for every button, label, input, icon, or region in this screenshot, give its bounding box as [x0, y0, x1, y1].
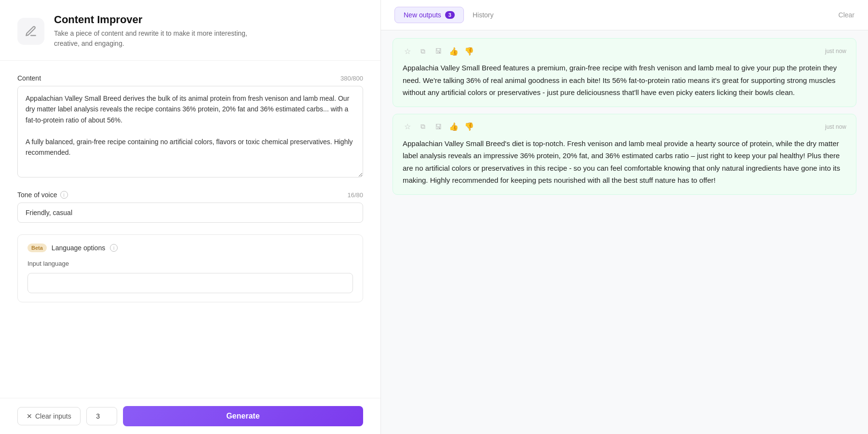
save-icon[interactable]: 🖫 — [434, 122, 443, 132]
tool-title: Content Improver — [54, 14, 257, 26]
tone-field-group: Tone of voice i 16/80 — [17, 191, 363, 223]
star-icon[interactable]: ☆ — [403, 46, 412, 56]
tab-history-label: History — [473, 11, 494, 19]
output-timestamp: just now — [825, 48, 846, 54]
content-label: Content — [17, 74, 41, 82]
language-options-header: Beta Language options i — [27, 244, 353, 252]
thumbs-up-icon[interactable]: 👍 — [449, 46, 459, 56]
thumbs-down-icon[interactable]: 👎 — [464, 46, 474, 56]
tool-header: Content Improver Take a piece of content… — [0, 0, 380, 61]
output-toolbar-0: ☆ ⧉ 🖫 👍 👎 just now — [403, 46, 846, 56]
clear-x-icon: ✕ — [27, 412, 32, 420]
tone-label-row: Tone of voice i 16/80 — [17, 191, 363, 199]
output-timestamp: just now — [825, 123, 846, 130]
thumbs-up-icon[interactable]: 👍 — [449, 122, 459, 132]
tool-icon-wrap — [17, 18, 44, 45]
outputs-area: ☆ ⧉ 🖫 👍 👎 just now Appalachia Valley Sma… — [381, 30, 868, 434]
tool-description: Take a piece of content and rewrite it t… — [54, 28, 257, 49]
tab-new-outputs-label: New outputs — [404, 11, 441, 19]
output-card: ☆ ⧉ 🖫 👍 👎 just now Appalachian Valley Sm… — [393, 114, 856, 195]
output-text: Appalachia Valley Small Breed features a… — [403, 62, 846, 99]
save-icon[interactable]: 🖫 — [434, 46, 443, 56]
language-info-icon[interactable]: i — [110, 244, 118, 252]
beta-badge: Beta — [27, 244, 47, 252]
left-panel: Content Improver Take a piece of content… — [0, 0, 381, 434]
clear-outputs-button[interactable]: Clear — [839, 11, 854, 19]
thumbs-down-icon[interactable]: 👎 — [464, 122, 474, 132]
output-card: ☆ ⧉ 🖫 👍 👎 just now Appalachia Valley Sma… — [393, 38, 856, 107]
content-field-group: Content 380/800 — [17, 74, 363, 179]
copy-icon[interactable]: ⧉ — [418, 46, 428, 56]
content-textarea[interactable] — [17, 86, 363, 177]
tab-history[interactable]: History — [464, 7, 502, 23]
generate-button[interactable]: Generate — [123, 406, 363, 426]
output-toolbar-1: ☆ ⧉ 🖫 👍 👎 just now — [403, 122, 846, 132]
tone-input[interactable] — [17, 203, 363, 223]
right-panel: New outputs 3 History Clear ☆ ⧉ 🖫 👍 👎 ju… — [381, 0, 868, 434]
tone-counter: 16/80 — [347, 191, 363, 199]
copy-icon[interactable]: ⧉ — [418, 122, 428, 132]
tab-new-outputs[interactable]: New outputs 3 — [394, 7, 464, 23]
tone-info-icon[interactable]: i — [60, 191, 68, 199]
content-counter: 380/800 — [340, 75, 363, 82]
tool-info: Content Improver Take a piece of content… — [54, 14, 257, 49]
clear-inputs-button[interactable]: ✕ Clear inputs — [17, 407, 81, 425]
bottom-bar: ✕ Clear inputs Generate — [0, 398, 380, 434]
pencil-icon — [25, 25, 37, 38]
clear-inputs-label: Clear inputs — [35, 412, 71, 420]
input-language-input[interactable] — [27, 273, 353, 293]
input-language-label: Input language — [27, 260, 353, 267]
star-icon[interactable]: ☆ — [403, 122, 412, 132]
tone-label-wrap: Tone of voice i — [17, 191, 68, 199]
language-options-box: Beta Language options i Input language — [17, 234, 363, 302]
quantity-input[interactable] — [86, 407, 117, 425]
output-text: Appalachian Valley Small Breed's diet is… — [403, 137, 846, 187]
content-label-row: Content 380/800 — [17, 74, 363, 82]
right-header: New outputs 3 History Clear — [381, 0, 868, 30]
tab-count-badge: 3 — [445, 11, 455, 19]
language-options-title: Language options — [52, 244, 105, 252]
form-area: Content 380/800 Tone of voice i 16/80 Be… — [0, 61, 380, 398]
tone-label: Tone of voice — [17, 191, 57, 199]
